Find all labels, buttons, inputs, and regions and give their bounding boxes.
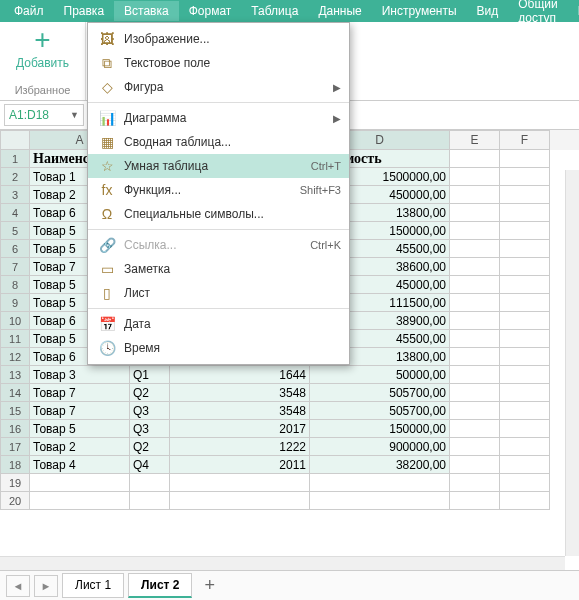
menu-Формат[interactable]: Формат: [179, 1, 242, 21]
cell[interactable]: [500, 384, 550, 402]
cell[interactable]: [500, 402, 550, 420]
cell[interactable]: [500, 438, 550, 456]
menu-Надстрой[interactable]: Надстрой: [568, 1, 579, 21]
column-header-F[interactable]: F: [500, 130, 550, 150]
menu-item--[interactable]: ▭Заметка: [88, 257, 349, 281]
menu-item--[interactable]: fxФункция...Shift+F3: [88, 178, 349, 202]
row-header[interactable]: 10: [0, 312, 30, 330]
cell[interactable]: [500, 312, 550, 330]
cell[interactable]: 505700,00: [310, 384, 450, 402]
row-header[interactable]: 7: [0, 258, 30, 276]
cell[interactable]: [500, 492, 550, 510]
cell[interactable]: [450, 402, 500, 420]
menu-item--[interactable]: 📅Дата: [88, 312, 349, 336]
row-header[interactable]: 1: [0, 150, 30, 168]
cell[interactable]: 1644: [170, 366, 310, 384]
cell[interactable]: [450, 186, 500, 204]
row-header[interactable]: 18: [0, 456, 30, 474]
cell[interactable]: [130, 492, 170, 510]
menu-Таблица[interactable]: Таблица: [241, 1, 308, 21]
cell[interactable]: Товар 7: [30, 402, 130, 420]
vertical-scrollbar[interactable]: [565, 170, 579, 556]
cell[interactable]: 2011: [170, 456, 310, 474]
cell[interactable]: [310, 492, 450, 510]
row-header[interactable]: 3: [0, 186, 30, 204]
row-header[interactable]: 16: [0, 420, 30, 438]
cell[interactable]: Товар 2: [30, 438, 130, 456]
menu-Файл[interactable]: Файл: [4, 1, 54, 21]
sheet-tab[interactable]: Лист 1: [62, 573, 124, 598]
cell[interactable]: [450, 420, 500, 438]
cell[interactable]: [500, 168, 550, 186]
cell[interactable]: [500, 294, 550, 312]
menu-item--[interactable]: ☆Умная таблицаCtrl+T: [88, 154, 349, 178]
menu-Правка[interactable]: Правка: [54, 1, 115, 21]
cell[interactable]: Товар 7: [30, 384, 130, 402]
cell[interactable]: [450, 492, 500, 510]
cell[interactable]: Q3: [130, 402, 170, 420]
cell[interactable]: [450, 348, 500, 366]
menu-item--[interactable]: ▯Лист: [88, 281, 349, 305]
row-header[interactable]: 13: [0, 366, 30, 384]
cell[interactable]: [450, 384, 500, 402]
cell[interactable]: [450, 312, 500, 330]
cell[interactable]: Q4: [130, 456, 170, 474]
cell[interactable]: 505700,00: [310, 402, 450, 420]
cell[interactable]: [500, 420, 550, 438]
add-button[interactable]: +: [0, 30, 85, 50]
cell[interactable]: [500, 258, 550, 276]
cell[interactable]: [450, 204, 500, 222]
cell[interactable]: 38200,00: [310, 456, 450, 474]
cell[interactable]: 2017: [170, 420, 310, 438]
cell[interactable]: [310, 474, 450, 492]
add-sheet-button[interactable]: +: [196, 575, 223, 596]
cell[interactable]: [450, 474, 500, 492]
sheet-tab[interactable]: Лист 2: [128, 573, 192, 598]
cell[interactable]: [450, 294, 500, 312]
row-header[interactable]: 4: [0, 204, 30, 222]
horizontal-scrollbar[interactable]: [0, 556, 565, 570]
menu-item--[interactable]: ΩСпециальные символы...: [88, 202, 349, 226]
prev-sheet-button[interactable]: ◄: [6, 575, 30, 597]
row-header[interactable]: 11: [0, 330, 30, 348]
select-all-corner[interactable]: [0, 130, 30, 150]
cell[interactable]: [500, 222, 550, 240]
cell[interactable]: Q2: [130, 384, 170, 402]
row-header[interactable]: 5: [0, 222, 30, 240]
cell[interactable]: [500, 330, 550, 348]
row-header[interactable]: 6: [0, 240, 30, 258]
cell[interactable]: 900000,00: [310, 438, 450, 456]
row-header[interactable]: 9: [0, 294, 30, 312]
cell[interactable]: [450, 150, 500, 168]
row-header[interactable]: 15: [0, 402, 30, 420]
cell[interactable]: Q1: [130, 366, 170, 384]
menu-item--[interactable]: 🖼Изображение...: [88, 27, 349, 51]
cell[interactable]: [450, 366, 500, 384]
cell[interactable]: [450, 168, 500, 186]
cell[interactable]: [500, 366, 550, 384]
row-header[interactable]: 8: [0, 276, 30, 294]
cell[interactable]: 1222: [170, 438, 310, 456]
cell[interactable]: [450, 258, 500, 276]
cell[interactable]: [450, 456, 500, 474]
cell[interactable]: Товар 4: [30, 456, 130, 474]
row-header[interactable]: 20: [0, 492, 30, 510]
menu-Вставка[interactable]: Вставка: [114, 1, 179, 21]
cell[interactable]: Товар 5: [30, 420, 130, 438]
cell[interactable]: [500, 150, 550, 168]
cell[interactable]: [170, 474, 310, 492]
cell[interactable]: [130, 474, 170, 492]
cell[interactable]: [500, 456, 550, 474]
menu-Данные[interactable]: Данные: [308, 1, 371, 21]
cell[interactable]: [30, 492, 130, 510]
cell[interactable]: [450, 222, 500, 240]
cell[interactable]: [500, 348, 550, 366]
menu-item--[interactable]: ◇Фигура▶: [88, 75, 349, 99]
next-sheet-button[interactable]: ►: [34, 575, 58, 597]
row-header[interactable]: 19: [0, 474, 30, 492]
row-header[interactable]: 2: [0, 168, 30, 186]
cell[interactable]: [500, 186, 550, 204]
cell[interactable]: [500, 276, 550, 294]
menu-item--[interactable]: 🕓Время: [88, 336, 349, 360]
cell[interactable]: [450, 438, 500, 456]
